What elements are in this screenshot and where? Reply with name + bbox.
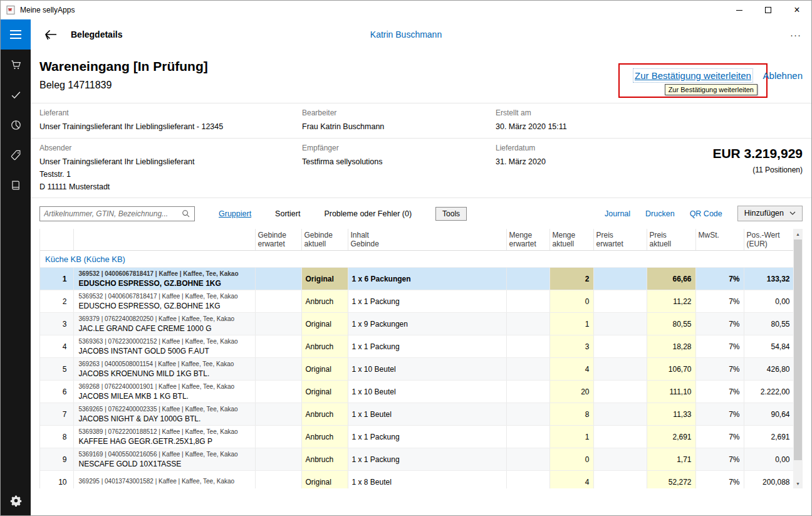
maximize-button[interactable] bbox=[754, 1, 783, 19]
forward-for-approval-link[interactable]: Zur Bestätigung weiterleiten bbox=[635, 70, 751, 81]
total-amount: EUR 3.219,929 bbox=[712, 146, 803, 161]
menge-aktuell-cell[interactable]: 4 bbox=[549, 471, 593, 488]
position-row[interactable]: 7 5369265 | 07622400002335 | Kaffee | Ka… bbox=[40, 403, 793, 426]
position-row[interactable]: 6 369268 | 07622400001901 | Kaffee | Kaf… bbox=[40, 381, 793, 403]
menge-aktuell-cell[interactable]: 2 bbox=[549, 268, 593, 290]
grouped-toggle[interactable]: Gruppiert bbox=[219, 209, 251, 218]
preis-erwartet-cell bbox=[593, 448, 647, 471]
vertical-scrollbar[interactable]: ▲ ▼ bbox=[793, 229, 803, 488]
document-total: EUR 3.219,929 (11 Positionen) bbox=[712, 146, 803, 174]
menge-aktuell-cell[interactable]: 20 bbox=[549, 381, 593, 403]
gebinde-aktuell-cell[interactable]: Original bbox=[301, 381, 348, 403]
scrollbar-thumb[interactable] bbox=[794, 240, 802, 460]
col-header-article bbox=[73, 229, 255, 251]
print-link[interactable]: Drucken bbox=[645, 209, 675, 218]
preis-aktuell-cell[interactable]: 11,22 bbox=[647, 290, 695, 313]
preis-aktuell-cell[interactable]: 80,55 bbox=[647, 313, 695, 335]
pos-wert-cell: 133,32 bbox=[744, 268, 793, 290]
user-name[interactable]: Katrin Buschmann bbox=[370, 29, 442, 39]
gebinde-aktuell-cell[interactable]: Original bbox=[301, 471, 348, 488]
article-meta: 5369389 | 07622200188512 | Kaffee | Kaff… bbox=[79, 428, 251, 436]
minimize-button[interactable] bbox=[725, 1, 754, 19]
gebinde-aktuell-cell[interactable]: Anbruch bbox=[301, 335, 348, 358]
sidebar-item-settings[interactable] bbox=[1, 485, 31, 515]
preis-aktuell-cell[interactable]: 1,71 bbox=[647, 448, 695, 471]
menge-aktuell-cell[interactable]: 8 bbox=[549, 403, 593, 426]
position-number-cell: 7 bbox=[40, 403, 73, 426]
pos-wert-cell: 426,80 bbox=[744, 358, 793, 381]
more-options-button[interactable]: ··· bbox=[790, 29, 801, 40]
preis-aktuell-cell[interactable]: 11,33 bbox=[647, 403, 695, 426]
preis-aktuell-cell[interactable]: 106,70 bbox=[647, 358, 695, 381]
menge-aktuell-cell[interactable]: 0 bbox=[549, 448, 593, 471]
position-row[interactable]: 4 5369363 | 07622300002152 | Kaffee | Ka… bbox=[40, 335, 793, 358]
preis-aktuell-cell[interactable]: 18,28 bbox=[647, 335, 695, 358]
pie-chart-icon bbox=[10, 119, 22, 131]
article-cell: 5369532 | 04006067818417 | Kaffee | Kaff… bbox=[73, 290, 255, 313]
gebinde-aktuell-cell[interactable]: Anbruch bbox=[301, 426, 348, 448]
positions-tbody: Küche KB (Küche KB) 1 369532 | 040060678… bbox=[40, 251, 793, 488]
scroll-up-arrow[interactable]: ▲ bbox=[793, 229, 803, 239]
position-row[interactable]: 9 5369169 | 04005500216056 | Kaffee | Ka… bbox=[40, 448, 793, 471]
menge-aktuell-cell[interactable]: 0 bbox=[549, 290, 593, 313]
menge-aktuell-cell[interactable]: 1 bbox=[549, 426, 593, 448]
gebinde-aktuell-cell[interactable]: Anbruch bbox=[301, 403, 348, 426]
gear-icon bbox=[10, 495, 22, 507]
sidebar-item-statistics[interactable] bbox=[1, 110, 31, 140]
group-header-row[interactable]: Küche KB (Küche KB) bbox=[40, 251, 793, 268]
search-input[interactable] bbox=[44, 209, 182, 218]
reject-link[interactable]: Ablehnen bbox=[763, 70, 803, 81]
scroll-down-arrow[interactable]: ▼ bbox=[793, 478, 803, 488]
tools-button[interactable]: Tools bbox=[435, 207, 467, 221]
preis-erwartet-cell bbox=[593, 403, 647, 426]
position-row[interactable]: 2 5369532 | 04006067818417 | Kaffee | Ka… bbox=[40, 290, 793, 313]
field-erstellt-am: Erstellt am 30. März 2020 15:11 bbox=[496, 108, 803, 138]
gebinde-aktuell-cell[interactable]: Original bbox=[301, 358, 348, 381]
sidebar-item-promotions[interactable] bbox=[1, 140, 31, 170]
inhalt-gebinde-cell: 1 x 9 Packungen bbox=[348, 313, 506, 335]
gebinde-erwartet-cell bbox=[255, 358, 301, 381]
preis-aktuell-cell[interactable]: 66,66 bbox=[647, 268, 695, 290]
menge-aktuell-cell[interactable]: 1 bbox=[549, 313, 593, 335]
close-button[interactable]: × bbox=[783, 1, 811, 19]
article-cell: 5369363 | 07622300002152 | Kaffee | Kaff… bbox=[73, 335, 255, 358]
col-header-menge-erwartet: Mengeerwartet bbox=[506, 229, 549, 251]
sidebar-item-cart[interactable] bbox=[1, 50, 31, 80]
add-button[interactable]: Hinzufügen bbox=[737, 206, 803, 221]
gebinde-aktuell-cell[interactable]: Anbruch bbox=[301, 290, 348, 313]
preis-erwartet-cell bbox=[593, 358, 647, 381]
gebinde-aktuell-cell[interactable]: Original bbox=[301, 268, 348, 290]
position-row[interactable]: 5 369263 | 04000508001154 | Kaffee | Kaf… bbox=[40, 358, 793, 381]
pos-wert-cell: 90,64 bbox=[744, 403, 793, 426]
preis-aktuell-cell[interactable]: 111,10 bbox=[647, 381, 695, 403]
article-cell: 369295 | 04013743001582 | Kaffee | Kaffe… bbox=[73, 471, 255, 488]
position-row[interactable]: 10 369295 | 04013743001582 | Kaffee | Ka… bbox=[40, 471, 793, 488]
sidebar-item-tasks[interactable] bbox=[1, 80, 31, 110]
preis-erwartet-cell bbox=[593, 268, 647, 290]
sidebar-item-catalog[interactable] bbox=[1, 170, 31, 200]
preis-aktuell-cell[interactable]: 52,272 bbox=[647, 471, 695, 488]
qr-code-link[interactable]: QR Code bbox=[690, 209, 722, 218]
back-button[interactable] bbox=[44, 29, 57, 39]
close-icon: × bbox=[794, 5, 799, 15]
gebinde-erwartet-cell bbox=[255, 290, 301, 313]
gebinde-aktuell-cell[interactable]: Original bbox=[301, 313, 348, 335]
gebinde-aktuell-cell[interactable]: Anbruch bbox=[301, 448, 348, 471]
tag-icon bbox=[10, 149, 22, 161]
position-row[interactable]: 8 5369389 | 07622200188512 | Kaffee | Ka… bbox=[40, 426, 793, 448]
position-row[interactable]: 1 369532 | 04006067818417 | Kaffee | Kaf… bbox=[40, 268, 793, 290]
preis-aktuell-cell[interactable]: 2,691 bbox=[647, 426, 695, 448]
menge-erwartet-cell bbox=[506, 426, 549, 448]
search-icon[interactable] bbox=[182, 209, 190, 218]
menge-aktuell-cell[interactable]: 4 bbox=[549, 358, 593, 381]
sorted-toggle[interactable]: Sortiert bbox=[275, 209, 300, 218]
inhalt-gebinde-cell: 1 x 8 Beutel bbox=[348, 471, 506, 488]
problems-filter[interactable]: Probleme oder Fehler (0) bbox=[324, 209, 412, 218]
col-header-inhalt-gebinde: InhaltGebinde bbox=[348, 229, 506, 251]
menge-aktuell-cell[interactable]: 3 bbox=[549, 335, 593, 358]
position-row[interactable]: 3 369379 | 07622400820250 | Kaffee | Kaf… bbox=[40, 313, 793, 335]
article-cell: 369263 | 04000508001154 | Kaffee | Kaffe… bbox=[73, 358, 255, 381]
journal-link[interactable]: Journal bbox=[605, 209, 630, 218]
hamburger-menu-button[interactable] bbox=[1, 19, 31, 50]
field-empfaenger: Empfänger Testfirma sellysolutions bbox=[302, 144, 496, 197]
